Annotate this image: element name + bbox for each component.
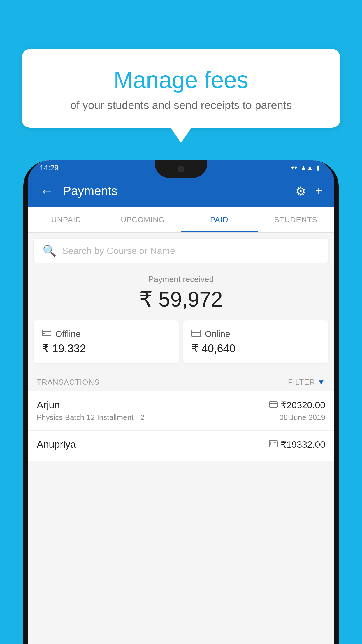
- app-bar-actions: ⚙ +: [295, 184, 322, 198]
- offline-card-header: Offline: [42, 328, 171, 339]
- transactions-label: TRANSACTIONS: [37, 378, 100, 387]
- payment-cards: Offline ₹ 19,332 Online ₹ 4: [28, 320, 334, 372]
- add-icon[interactable]: +: [315, 184, 322, 198]
- search-icon: 🔍: [43, 244, 56, 257]
- card-payment-icon: [269, 400, 278, 410]
- search-input[interactable]: Search by Course or Name: [62, 246, 175, 256]
- transaction-top: Anupriya ₹19332.00: [37, 439, 325, 450]
- transaction-top: Arjun ₹20320.00: [37, 399, 325, 411]
- payment-received-section: Payment received ₹ 59,972: [28, 263, 334, 320]
- back-button[interactable]: ←: [40, 183, 54, 200]
- filter-label: FILTER: [288, 378, 315, 387]
- cash-payment-icon: [269, 440, 278, 449]
- online-payment-card: Online ₹ 40,640: [183, 320, 328, 363]
- tabs-bar: UNPAID UPCOMING PAID STUDENTS: [28, 207, 334, 233]
- transaction-row[interactable]: Arjun ₹20320.00 Physics Batch 12 Install…: [28, 391, 334, 430]
- app-bar-title: Payments: [63, 184, 295, 198]
- transaction-amount: ₹20320.00: [281, 400, 325, 411]
- offline-amount: ₹ 19,332: [42, 342, 171, 355]
- transaction-amount-wrap: ₹19332.00: [269, 439, 325, 450]
- offline-label: Offline: [55, 329, 80, 339]
- online-amount: ₹ 40,640: [191, 342, 320, 355]
- signal-icon: ▲▲: [300, 164, 313, 172]
- speech-bubble: Manage fees of your students and send re…: [22, 49, 340, 128]
- transaction-date: 06 June 2019: [279, 413, 325, 422]
- transaction-row[interactable]: Anupriya ₹19332.00: [28, 430, 334, 461]
- bubble-title: Manage fees: [36, 66, 326, 93]
- phone-frame: 14:29 ▾▾ ▲▲ ▮ ← Payments ⚙ + UNPAID UPCO…: [23, 160, 339, 644]
- offline-payment-card: Offline ₹ 19,332: [34, 320, 179, 363]
- transaction-amount: ₹19332.00: [281, 439, 325, 450]
- search-bar[interactable]: 🔍 Search by Course or Name: [34, 239, 328, 263]
- tab-unpaid[interactable]: UNPAID: [28, 207, 105, 232]
- tab-students[interactable]: STUDENTS: [258, 207, 334, 232]
- offline-icon: [42, 328, 51, 339]
- online-card-header: Online: [191, 328, 320, 339]
- app-bar: ← Payments ⚙ +: [28, 175, 334, 207]
- payment-total-amount: ₹ 59,972: [34, 287, 328, 312]
- transactions-header: TRANSACTIONS FILTER ▼: [28, 372, 334, 391]
- bubble-subtitle: of your students and send receipts to pa…: [36, 99, 326, 112]
- tab-paid[interactable]: PAID: [181, 207, 258, 232]
- tab-upcoming[interactable]: UPCOMING: [105, 207, 181, 232]
- online-icon: [191, 328, 201, 339]
- phone-screen: 14:29 ▾▾ ▲▲ ▮ ← Payments ⚙ + UNPAID UPCO…: [28, 160, 334, 644]
- status-icons: ▾▾ ▲▲ ▮: [291, 164, 319, 172]
- battery-icon: ▮: [316, 164, 319, 172]
- online-label: Online: [205, 329, 230, 339]
- transaction-amount-wrap: ₹20320.00: [269, 400, 325, 411]
- wifi-icon: ▾▾: [291, 164, 297, 172]
- camera: [178, 166, 184, 172]
- transaction-name: Arjun: [37, 399, 60, 411]
- status-time: 14:29: [40, 163, 59, 172]
- screen-content: 🔍 Search by Course or Name Payment recei…: [28, 233, 334, 461]
- payment-received-label: Payment received: [34, 275, 328, 284]
- svg-rect-3: [192, 330, 201, 337]
- transaction-detail: Physics Batch 12 Installment - 2: [37, 413, 145, 422]
- transaction-bottom: Physics Batch 12 Installment - 2 06 June…: [37, 413, 325, 422]
- svg-rect-0: [42, 330, 51, 336]
- filter-icon: ▼: [317, 378, 325, 387]
- svg-rect-2: [43, 333, 45, 334]
- phone-notch: [155, 160, 207, 178]
- settings-icon[interactable]: ⚙: [295, 184, 306, 198]
- svg-rect-8: [270, 442, 273, 445]
- filter-button[interactable]: FILTER ▼: [288, 378, 325, 387]
- svg-rect-5: [269, 402, 277, 407]
- transaction-name: Anupriya: [37, 439, 76, 450]
